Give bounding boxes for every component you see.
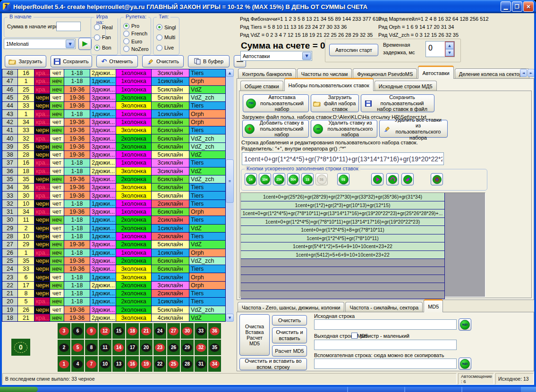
chip-1c[interactable]: 1¢ <box>245 173 257 185</box>
radio-icon[interactable] <box>94 45 100 51</box>
chevron-down-icon[interactable]: ▼ <box>66 40 75 48</box>
table-row[interactable]: 3210чернчет1-181дюжи...1колонка2сиклайнT… <box>2 200 225 208</box>
bet-list[interactable]: 1cent+0+gr(25*26)+gr(28*29)+gr(27*30)+gr… <box>240 192 485 297</box>
radio-option-bon[interactable]: Bon <box>94 45 113 51</box>
radio-icon[interactable] <box>156 24 162 30</box>
spins-table[interactable]: 4816кра...чет1-182дюжи...1колонка3сиклай… <box>2 69 226 322</box>
chip-0d[interactable]: 0$ <box>337 173 349 185</box>
board-number-cell[interactable]: 4 <box>71 356 84 372</box>
chevron-down-icon[interactable]: ▼ <box>302 52 311 60</box>
table-row[interactable]: 4526чернчет19-363дюжи...2колонка5сиклайн… <box>2 94 225 102</box>
radio-icon[interactable] <box>123 31 129 37</box>
delay-spinbox[interactable]: 0 ▲ ▼ <box>425 41 455 57</box>
table-row[interactable]: 2810чернчет1-181дюжи...1колонка2сиклайнT… <box>2 233 225 241</box>
table-row[interactable]: 2433черннеч19-363дюжи...3колонка6сиклайн… <box>2 265 225 273</box>
autobet-mode-select[interactable]: Автоставки ▼ <box>240 51 312 61</box>
bet-list-empty-row[interactable] <box>241 267 445 275</box>
bird-button[interactable] <box>401 173 414 185</box>
board-number-cell[interactable]: 1 <box>58 356 70 372</box>
board-number-cell[interactable]: 12 <box>99 323 111 339</box>
board-number-cell[interactable]: 20 <box>140 340 153 355</box>
board-number-cell[interactable]: 28 <box>181 356 194 372</box>
autobet-user-set-button[interactable]: ПН Автоставка пользовательский набор <box>243 94 309 112</box>
table-row[interactable]: 2729черннеч19-363дюжи...2колонка5сиклайн… <box>2 241 225 249</box>
md5-calc-source-button[interactable]: МД5 <box>459 318 471 331</box>
radio-option-singl[interactable]: Singl <box>156 24 176 30</box>
bet-list-empty-row[interactable] <box>241 291 445 299</box>
table-row[interactable]: 3535черннеч19-363дюжи...2колонка6сиклайн… <box>2 175 225 183</box>
bet-list-item[interactable]: 1cent+0+gr(1*2*4*5)+gr(7*8*10*11)+gr(13*… <box>241 209 445 218</box>
chip-25c[interactable]: 25¢ <box>273 173 285 185</box>
table-row[interactable]: 2535черннеч19-363дюжи...2колонка6сиклайн… <box>2 257 225 265</box>
board-number-cell[interactable]: 17 <box>126 340 139 355</box>
scroll-thumb[interactable]: ≡ <box>226 159 234 203</box>
table-row[interactable]: 3618кра...чет1-182дюжи...3колонка3сиклай… <box>2 167 225 175</box>
table-row[interactable]: 4234кра...чет19-363дюжи...1колонка6сикла… <box>2 118 225 126</box>
board-number-cell[interactable]: 2 <box>58 340 70 355</box>
board-number-cell[interactable]: 35 <box>208 340 221 355</box>
chip-10c[interactable]: 10¢ <box>259 173 271 185</box>
table-row[interactable]: 4133черннеч19-363дюжи...3колонка6сиклайн… <box>2 126 225 134</box>
spin-down-icon[interactable]: ▼ <box>445 49 454 56</box>
remove-all-bets-button[interactable]: Удалить все ставки из пользовательского … <box>379 120 448 138</box>
tab-bottom-1[interactable]: Частота - Zero, шансы, дюжины, колонки <box>238 302 344 312</box>
table-row[interactable]: 292чернчет1-181дюжи...2колонка1сиклайнVd… <box>2 225 225 233</box>
tab-bottom-2[interactable]: Частота - сиклайны, сектора <box>345 302 423 312</box>
strategy-select[interactable]: 1Melonati ▼ <box>4 39 76 49</box>
table-row[interactable]: 236чернчет1-181дюжи...3колонка1сиклайнOr… <box>2 273 225 281</box>
md5-clear-paste-calc-button[interactable]: Очистка Вставка Расчет MD5 <box>239 314 270 356</box>
radio-icon[interactable] <box>123 46 129 52</box>
bet-list-empty-row[interactable] <box>241 275 445 283</box>
board-number-cell[interactable]: 29 <box>181 340 194 355</box>
md5-aux-input[interactable] <box>314 359 457 369</box>
tabs-left-icon[interactable]: ◄ <box>520 69 527 77</box>
board-number-cell[interactable]: 9 <box>85 323 98 339</box>
maximize-button[interactable]: ❒ <box>512 1 522 12</box>
md5-source-input[interactable] <box>314 319 457 330</box>
board-number-cell[interactable]: 8 <box>85 340 98 355</box>
chip-50c[interactable]: 50¢ <box>287 173 299 185</box>
radio-option-pro[interactable]: Pro <box>123 23 149 29</box>
bet-list-item[interactable]: 1cent+gr(5*4*1*2)+5+6+9+10+10cent+23+22 <box>241 242 445 251</box>
board-number-cell[interactable]: 24 <box>153 323 166 339</box>
bet-list-item[interactable]: 1cent+0+gr(25*26)+gr(28*29)+gr(27*30)+gr… <box>241 193 445 201</box>
table-row[interactable]: 3134кра...чет19-363дюжи...1колонка6сикла… <box>2 208 225 216</box>
scroll-up-icon[interactable]: ▲ <box>226 69 234 77</box>
board-number-cell[interactable]: 32 <box>195 340 207 355</box>
radio-icon[interactable] <box>94 24 100 30</box>
board-number-cell[interactable]: 36 <box>208 323 221 339</box>
board-number-cell[interactable]: 3 <box>58 323 70 339</box>
table-row[interactable]: 4433черннеч19-363дюжи...3колонка6сиклайн… <box>2 102 225 110</box>
radio-icon[interactable] <box>156 34 162 41</box>
board-number-cell[interactable]: 18 <box>126 323 139 339</box>
board-number-cell[interactable]: 10 <box>99 356 111 372</box>
board-number-cell[interactable]: 25 <box>167 356 180 372</box>
md5-calc-button[interactable]: Расчет MD5 <box>272 345 307 357</box>
radio-option-nozero[interactable]: NoZero <box>123 46 149 52</box>
bet-list-item[interactable]: 1cent+0+gr(1*2*4*5)+8+gr(7*8*10*11) <box>241 226 445 234</box>
tab-sub-2[interactable]: Наборы пользовательских ставок <box>284 78 374 91</box>
radio-icon[interactable] <box>123 38 129 44</box>
bet-list-item[interactable]: 1cent+gr(1*2*4*5)+gr(7*8*10*11) <box>241 234 445 243</box>
toolbar-copy-button[interactable]: В буфер <box>188 55 230 67</box>
table-row[interactable]: 431кра...неч1-181дюжи...1колонка1сиклайн… <box>2 110 225 118</box>
lowercase-checkbox[interactable] <box>351 333 357 339</box>
table-row[interactable]: 3436кра...чет19-363дюжи...3колонка6сикла… <box>2 183 225 192</box>
radio-option-euro[interactable]: Euro <box>123 38 149 44</box>
table-row[interactable]: 1821кра...неч19-362дюжи...3колонка4сикла… <box>2 314 225 322</box>
tab-main-2[interactable]: Частоты по числам <box>297 68 352 79</box>
board-number-cell[interactable]: 33 <box>195 323 207 339</box>
board-number-cell[interactable]: 21 <box>140 323 153 339</box>
toolbar-floppy-button[interactable]: Сохранить <box>51 55 92 67</box>
taskbar[interactable] <box>0 387 536 392</box>
board-number-cell[interactable]: 31 <box>195 356 207 372</box>
board-number-cell[interactable]: 5 <box>71 340 84 355</box>
scroll-down-icon[interactable]: ▼ <box>226 314 234 322</box>
board-number-cell[interactable]: 34 <box>208 356 221 372</box>
md5-clear-button[interactable]: Очистить <box>272 315 307 325</box>
board-number-cell[interactable]: 26 <box>167 340 180 355</box>
board-number-cell[interactable]: 15 <box>112 323 125 339</box>
table-row[interactable]: 205кра...неч1-181дюжи...2колонка1сиклайн… <box>2 298 225 306</box>
star-button[interactable] <box>431 173 443 185</box>
board-number-cell[interactable]: 23 <box>153 340 166 355</box>
